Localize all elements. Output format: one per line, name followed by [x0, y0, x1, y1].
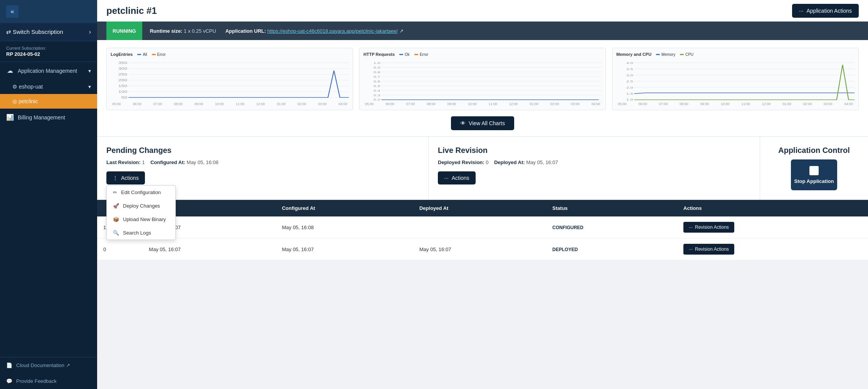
eshop-uat-chevron: ▾: [88, 84, 91, 90]
app-control-title: Application Control: [778, 146, 850, 155]
sidebar-item-billing[interactable]: 📊 Billing Management: [0, 109, 97, 126]
switch-icon: ⇄: [6, 29, 11, 35]
svg-text:0.9: 0.9: [373, 66, 380, 69]
svg-text:1.0: 1.0: [373, 61, 380, 64]
app-url-link[interactable]: https://eshop-uat-c46c6018.payara.app/pe…: [267, 28, 398, 34]
dots-icon: ⋮: [113, 175, 118, 181]
charts-section: LogEntries All Error: [97, 40, 868, 137]
legend-ok-dot: [399, 54, 403, 55]
feedback-label: Provide Feedback: [16, 378, 57, 384]
live-revision-panel: Live Revision Deployed Revision: 0 Deplo…: [429, 137, 760, 200]
feedback-icon: 💬: [6, 378, 12, 384]
row1-status-badge: CONFIGURED: [552, 225, 584, 230]
upload-icon: 📦: [113, 216, 119, 222]
view-all-charts-label: View All Charts: [469, 120, 505, 126]
live-revision-meta: Deployed Revision: 0 Deployed At: May 05…: [438, 159, 750, 165]
revisions-table: Loaded At Configured At Deployed At Stat…: [97, 200, 868, 260]
svg-text:0.6: 0.6: [373, 80, 380, 83]
stop-application-button[interactable]: Stop Application: [791, 159, 837, 190]
deploy-icon: 🚀: [113, 203, 119, 209]
running-badge: RUNNING: [106, 22, 142, 40]
svg-text:0.5: 0.5: [373, 84, 380, 87]
edit-config-label: Edit Configuration: [121, 189, 161, 195]
svg-text:0.8: 0.8: [373, 70, 380, 74]
sidebar-header: «: [0, 0, 97, 23]
revisions-table-wrapper: Loaded At Configured At Deployed At Stat…: [97, 200, 868, 260]
legend-all-dot: [137, 54, 141, 55]
live-actions-label: Actions: [452, 175, 469, 181]
row1-configured-at: May 05, 16:08: [276, 216, 413, 238]
live-actions-button[interactable]: ··· Actions: [438, 171, 476, 184]
view-all-charts-button[interactable]: 👁 View All Charts: [451, 116, 514, 130]
chart2-x-labels: 05:0006:0007:0008:0009:0010:0011:0012:00…: [363, 102, 602, 106]
upload-binary-item[interactable]: 📦 Upload New Binary: [107, 213, 175, 226]
row2-status: DEPLOYED: [546, 238, 677, 260]
svg-text:200: 200: [118, 78, 128, 82]
row2-actions: ··· Revision Actions: [677, 238, 868, 260]
app-actions-dots-icon: ···: [799, 8, 804, 14]
row2-revision-actions-button[interactable]: ··· Revision Actions: [683, 244, 734, 255]
chart1-title: LogEntries All Error: [111, 52, 349, 57]
switch-subscription[interactable]: ⇄ Switch Subscription ›: [0, 23, 97, 41]
billing-icon: 📊: [6, 114, 14, 121]
cloud-docs-link[interactable]: 📄 Cloud Documentation ↗: [0, 357, 97, 373]
feedback-link[interactable]: 💬 Provide Feedback: [0, 373, 97, 389]
legend-cpu-dot: [680, 54, 684, 55]
app-management-chevron: ▾: [88, 68, 91, 74]
eshop-uat-label: eshop-uat: [19, 84, 43, 90]
log-entries-chart: LogEntries All Error: [106, 48, 353, 110]
chart3-title: Memory and CPU Memory CPU: [616, 52, 855, 57]
deploy-changes-item[interactable]: 🚀 Deploy Changes: [107, 199, 175, 213]
row1-actions: ··· Revision Actions: [677, 216, 868, 238]
switch-subscription-label: Switch Subscription: [13, 29, 63, 35]
app-actions-button[interactable]: ··· Application Actions: [792, 4, 859, 18]
row1-actions-label: Revision Actions: [695, 225, 729, 230]
svg-text:2.5: 2.5: [626, 80, 633, 83]
row2-configured-at: May 05, 16:07: [276, 238, 413, 260]
pending-actions-label: Actions: [121, 175, 139, 181]
status-info: Runtime size: 1 x 0.25 vCPU Application …: [150, 28, 404, 34]
pending-actions-dropdown: ✏ Edit Configuration 🚀 Deploy Changes 📦 …: [106, 185, 176, 240]
search-icon: 🔍: [113, 230, 119, 236]
sidebar-item-petclinic[interactable]: ◎ petclinic: [0, 94, 97, 109]
col-status: Status: [546, 200, 677, 216]
search-logs-item[interactable]: 🔍 Search Logs: [107, 226, 175, 240]
upload-binary-label: Upload New Binary: [123, 216, 166, 222]
svg-text:1.0: 1.0: [626, 98, 633, 101]
svg-text:350: 350: [118, 61, 128, 65]
row1-dots-icon: ···: [689, 225, 693, 230]
row1-status: CONFIGURED: [546, 216, 677, 238]
svg-text:0.2: 0.2: [373, 98, 380, 101]
sections-row: Pending Changes Last Revision: 1 Configu…: [97, 137, 868, 200]
sidebar: « ⇄ Switch Subscription › Current Subscr…: [0, 0, 97, 389]
chart2-title: HTTP Requests Ok Error: [363, 52, 602, 57]
chart1-x-labels: 05:0006:0007:0008:0009:0010:0011:0012:00…: [111, 102, 349, 106]
switch-chevron-icon: ›: [89, 29, 91, 35]
sidebar-item-app-management[interactable]: ☁ Application Management ▾: [0, 62, 97, 79]
svg-text:0.4: 0.4: [373, 89, 380, 92]
subscription-label: Current Subscription:: [6, 46, 91, 50]
row1-revision-actions-button[interactable]: ··· Revision Actions: [683, 222, 734, 233]
edit-config-item[interactable]: ✏ Edit Configuration: [107, 186, 175, 199]
deploy-changes-label: Deploy Changes: [123, 203, 160, 209]
stop-label: Stop Application: [794, 178, 834, 184]
legend-error2-dot: [414, 54, 418, 55]
svg-text:0.3: 0.3: [373, 94, 380, 97]
legend-memory-dot: [656, 54, 660, 55]
svg-text:3.5: 3.5: [626, 67, 633, 70]
row1-deployed-at: [413, 216, 546, 238]
content-area: LogEntries All Error: [97, 40, 868, 389]
sidebar-bottom: 📄 Cloud Documentation ↗ 💬 Provide Feedba…: [0, 357, 97, 389]
table-row: 0 May 05, 16:07 May 05, 16:07 May 05, 16…: [97, 238, 868, 260]
row2-loaded-at: May 05, 16:07: [143, 238, 276, 260]
sidebar-collapse-button[interactable]: «: [6, 5, 19, 18]
chart3-area: 4.0 3.5 3.0 2.5 2.0 1.5 1.0: [616, 59, 855, 101]
col-deployed-at: Deployed At: [413, 200, 546, 216]
charts-row: LogEntries All Error: [106, 48, 859, 110]
table-header-row: Loaded At Configured At Deployed At Stat…: [97, 200, 868, 216]
sidebar-nav: ☁ Application Management ▾ ⚙ eshop-uat ▾…: [0, 62, 97, 126]
sidebar-item-eshop-uat[interactable]: ⚙ eshop-uat ▾: [0, 79, 97, 94]
row2-status-badge: DEPLOYED: [552, 247, 578, 252]
svg-text:3.0: 3.0: [626, 74, 633, 77]
pending-actions-button[interactable]: ⋮ Actions: [106, 171, 145, 184]
